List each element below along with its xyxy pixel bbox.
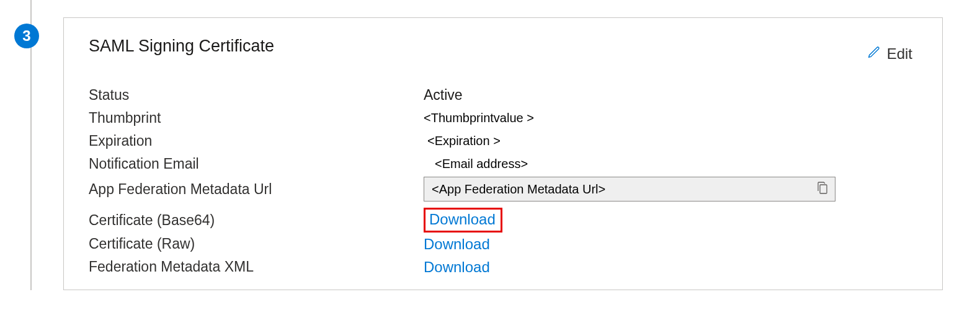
fed-metadata-xml-download-link[interactable]: Download (424, 259, 490, 276)
cert-base64-row: Certificate (Base64) Download (89, 208, 917, 232)
svg-rect-0 (820, 185, 827, 193)
notification-email-label: Notification Email (89, 156, 424, 172)
edit-label: Edit (887, 45, 912, 63)
thumbprint-label: Thumbprint (89, 110, 424, 126)
app-federation-url-row: App Federation Metadata Url <App Federat… (89, 177, 917, 202)
card-title: SAML Signing Certificate (89, 37, 274, 56)
fed-metadata-xml-row: Federation Metadata XML Download (89, 255, 917, 278)
edit-button[interactable]: Edit (867, 45, 912, 63)
step-badge: 3 (14, 24, 39, 48)
copy-icon (816, 181, 829, 197)
notification-email-value: <Email address> (424, 157, 528, 171)
app-federation-url-field[interactable]: <App Federation Metadata Url> (424, 177, 835, 202)
thumbprint-value: <Thumbprintvalue > (424, 111, 534, 125)
cert-raw-row: Certificate (Raw) Download (89, 232, 917, 255)
cert-base64-label: Certificate (Base64) (89, 212, 424, 229)
cert-base64-download-link[interactable]: Download (424, 208, 502, 232)
app-federation-url-label: App Federation Metadata Url (89, 181, 424, 198)
expiration-label: Expiration (89, 133, 424, 149)
status-row: Status Active (89, 84, 917, 107)
cert-raw-download-link[interactable]: Download (424, 236, 490, 253)
status-value: Active (424, 87, 463, 104)
thumbprint-row: Thumbprint <Thumbprintvalue > (89, 107, 917, 130)
copy-button[interactable] (814, 180, 831, 198)
saml-signing-certificate-card: SAML Signing Certificate Edit Status Act… (63, 17, 943, 290)
cert-raw-label: Certificate (Raw) (89, 236, 424, 252)
pencil-icon (867, 45, 881, 63)
expiration-value: <Expiration > (424, 134, 501, 148)
status-label: Status (89, 87, 424, 104)
step-number: 3 (22, 27, 30, 45)
app-federation-url-value: <App Federation Metadata Url> (432, 182, 814, 197)
notification-email-row: Notification Email <Email address> (89, 153, 917, 175)
fed-metadata-xml-label: Federation Metadata XML (89, 259, 424, 275)
expiration-row: Expiration <Expiration > (89, 130, 917, 153)
